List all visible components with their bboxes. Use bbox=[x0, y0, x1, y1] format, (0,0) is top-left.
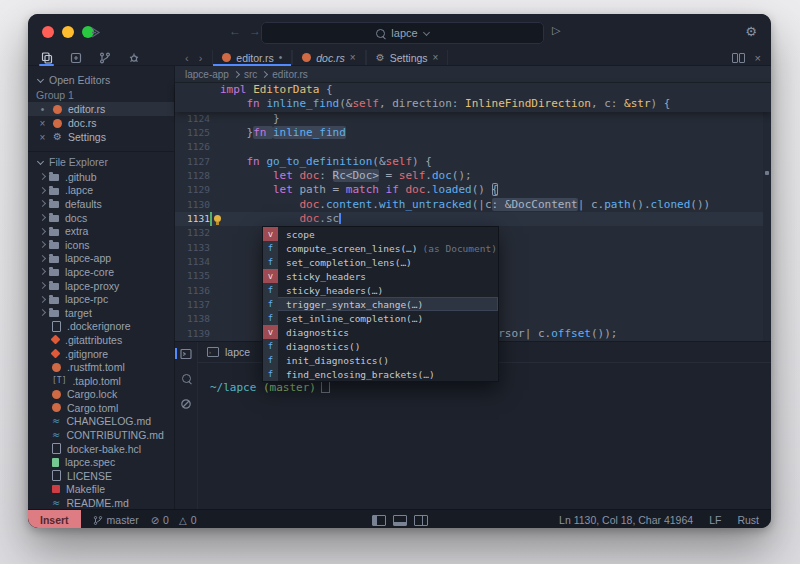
text-cursor bbox=[339, 213, 341, 224]
tree-folder-item[interactable]: .github bbox=[28, 170, 174, 184]
close-tab-icon[interactable]: × bbox=[350, 52, 356, 63]
completion-item[interactable]: vdiagnostics bbox=[263, 325, 498, 339]
open-editor-item[interactable]: ×⚙Settings bbox=[28, 130, 174, 144]
settings-gear-icon[interactable]: ⚙ bbox=[745, 24, 757, 39]
completion-item[interactable]: finit_diagnostics() bbox=[263, 353, 498, 367]
open-editor-item[interactable]: ×doc.rs bbox=[28, 116, 174, 130]
language-mode[interactable]: Rust bbox=[737, 514, 759, 526]
tree-folder-item[interactable]: lapce-core bbox=[28, 265, 174, 279]
prev-tab-icon[interactable]: ‹ bbox=[185, 52, 189, 64]
debug-panel-icon[interactable] bbox=[127, 51, 140, 64]
file-explorer-header[interactable]: File Explorer bbox=[28, 154, 174, 170]
panel-switcher bbox=[28, 50, 175, 65]
breadcrumb-folder[interactable]: src bbox=[244, 69, 257, 80]
gear-icon: ⚙ bbox=[53, 132, 62, 142]
completion-item[interactable]: vsticky_headers bbox=[263, 269, 498, 283]
code-line[interactable]: 1131 doc.sc bbox=[175, 212, 771, 226]
plugin-panel-icon[interactable] bbox=[69, 51, 82, 64]
open-editors-header[interactable]: Open Editors bbox=[28, 72, 174, 88]
tree-file-item[interactable]: ≈CONTRIBUTING.md bbox=[28, 428, 174, 442]
tree-file-item[interactable]: lapce.spec bbox=[28, 455, 174, 469]
tree-folder-item[interactable]: target bbox=[28, 306, 174, 320]
completion-item[interactable]: fdiagnostics() bbox=[263, 339, 498, 353]
tree-file-item[interactable]: .gitattributes bbox=[28, 333, 174, 347]
tree-file-item[interactable]: docker-bake.hcl bbox=[28, 442, 174, 456]
tree-file-item[interactable]: .dockerignore bbox=[28, 320, 174, 334]
command-palette-input[interactable]: lapce bbox=[261, 22, 544, 44]
breadcrumb-project[interactable]: lapce-app bbox=[185, 69, 229, 80]
completion-item[interactable]: fset_inline_completion(…) bbox=[263, 311, 498, 325]
problems-status[interactable]: ⊘ 0 △ 0 bbox=[151, 514, 197, 526]
code-line[interactable]: 1130 doc.content.with_untracked(|c: &Doc… bbox=[175, 198, 771, 212]
search-panel-icon[interactable] bbox=[180, 372, 193, 385]
code-line[interactable]: fn inline_find(&self, direction: InlineF… bbox=[175, 97, 771, 111]
code-token: } bbox=[220, 112, 280, 125]
code-line[interactable]: 1124 } bbox=[175, 112, 771, 126]
next-tab-icon[interactable]: › bbox=[199, 52, 203, 64]
close-icon[interactable]: × bbox=[38, 118, 47, 129]
completion-item[interactable]: ffind_enclosing_brackets(…) bbox=[263, 367, 498, 381]
tree-item-label: lapce-rpc bbox=[65, 293, 108, 305]
error-count: 0 bbox=[163, 514, 169, 526]
code-line[interactable]: 1129 let path = match if doc.loaded() { bbox=[175, 183, 771, 197]
tree-file-item[interactable]: .rustfmt.toml bbox=[28, 360, 174, 374]
split-editor-icon[interactable] bbox=[732, 53, 745, 63]
close-icon[interactable]: × bbox=[38, 132, 47, 143]
git-branch-status[interactable]: master bbox=[93, 514, 139, 526]
tree-file-item[interactable]: Makefile bbox=[28, 483, 174, 497]
breadcrumb[interactable]: lapce-app src editor.rs bbox=[175, 66, 771, 83]
file-explorer-panel-icon[interactable] bbox=[40, 51, 53, 64]
chevron-down-icon bbox=[37, 157, 44, 164]
completion-item[interactable]: fsticky_headers(…) bbox=[263, 283, 498, 297]
close-window-button[interactable] bbox=[42, 26, 54, 38]
code-line[interactable]: 1125 }fn inline_find bbox=[175, 126, 771, 140]
tree-folder-item[interactable]: .lapce bbox=[28, 184, 174, 198]
close-tab-icon[interactable]: × bbox=[433, 52, 439, 63]
completion-item[interactable]: vscope bbox=[263, 227, 498, 241]
cursor-position[interactable]: Ln 1130, Col 18, Char 41964 bbox=[559, 514, 693, 526]
tree-folder-item[interactable]: lapce-proxy bbox=[28, 279, 174, 293]
editor-scrollbar[interactable] bbox=[763, 83, 771, 341]
completion-item[interactable]: ftrigger_syntax_change(…) bbox=[263, 297, 498, 311]
back-arrow-icon[interactable]: ← bbox=[229, 24, 249, 38]
tree-folder-item[interactable]: docs bbox=[28, 211, 174, 225]
tab-editor.rs[interactable]: editor.rs• bbox=[212, 50, 292, 65]
tree-file-item[interactable]: ≈CHANGELOG.md bbox=[28, 415, 174, 429]
tab-Settings[interactable]: ⚙Settings× bbox=[366, 50, 449, 65]
toggle-bottom-panel-icon[interactable] bbox=[393, 515, 407, 526]
minimize-window-button[interactable] bbox=[62, 26, 74, 38]
toggle-right-panel-icon[interactable] bbox=[414, 515, 428, 526]
line-number: 1129 bbox=[175, 183, 210, 197]
terminal-panel-icon[interactable] bbox=[180, 347, 193, 360]
line-ending[interactable]: LF bbox=[709, 514, 721, 526]
code-line[interactable]: 1128 let doc: Rc<Doc> = self.doc(); bbox=[175, 169, 771, 183]
completion-item[interactable]: fset_completion_lens(…) bbox=[263, 255, 498, 269]
tree-file-item[interactable]: Cargo.toml bbox=[28, 401, 174, 415]
open-editor-item[interactable]: •editor.rs bbox=[28, 102, 174, 116]
tree-folder-item[interactable]: extra bbox=[28, 224, 174, 238]
terminal-prompt-path: ~/lapce bbox=[210, 381, 256, 394]
code-line[interactable]: 1126 bbox=[175, 140, 771, 154]
toggle-left-panel-icon[interactable] bbox=[372, 515, 386, 526]
tree-folder-item[interactable]: icons bbox=[28, 238, 174, 252]
code-line[interactable]: 1127 fn go_to_definition(&self) { bbox=[175, 155, 771, 169]
code-text: let doc: Rc<Doc> = self.doc(); bbox=[210, 169, 771, 183]
tree-file-item[interactable]: ≈README.md bbox=[28, 496, 174, 509]
problems-panel-icon[interactable] bbox=[180, 397, 193, 410]
tree-file-item[interactable]: [T].taplo.toml bbox=[28, 374, 174, 388]
breadcrumb-file[interactable]: editor.rs bbox=[272, 69, 308, 80]
close-split-icon[interactable]: × bbox=[755, 52, 761, 64]
tree-file-item[interactable]: Cargo.lock bbox=[28, 388, 174, 402]
tree-folder-item[interactable]: defaults bbox=[28, 197, 174, 211]
mode-indicator[interactable]: Insert bbox=[28, 510, 81, 528]
run-button[interactable]: ▷ bbox=[552, 24, 560, 37]
code-line[interactable]: impl EditorData { bbox=[175, 83, 771, 97]
tree-file-item[interactable]: .gitignore bbox=[28, 347, 174, 361]
source-control-panel-icon[interactable] bbox=[98, 51, 111, 64]
tree-folder-item[interactable]: lapce-app bbox=[28, 252, 174, 266]
tree-folder-item[interactable]: lapce-rpc bbox=[28, 292, 174, 306]
tree-file-item[interactable]: LICENSE bbox=[28, 469, 174, 483]
lightbulb-icon[interactable] bbox=[214, 215, 221, 222]
completion-item[interactable]: fcompute_screen_lines(…)(as Document) bbox=[263, 241, 498, 255]
tab-doc.rs[interactable]: doc.rs× bbox=[292, 50, 365, 65]
